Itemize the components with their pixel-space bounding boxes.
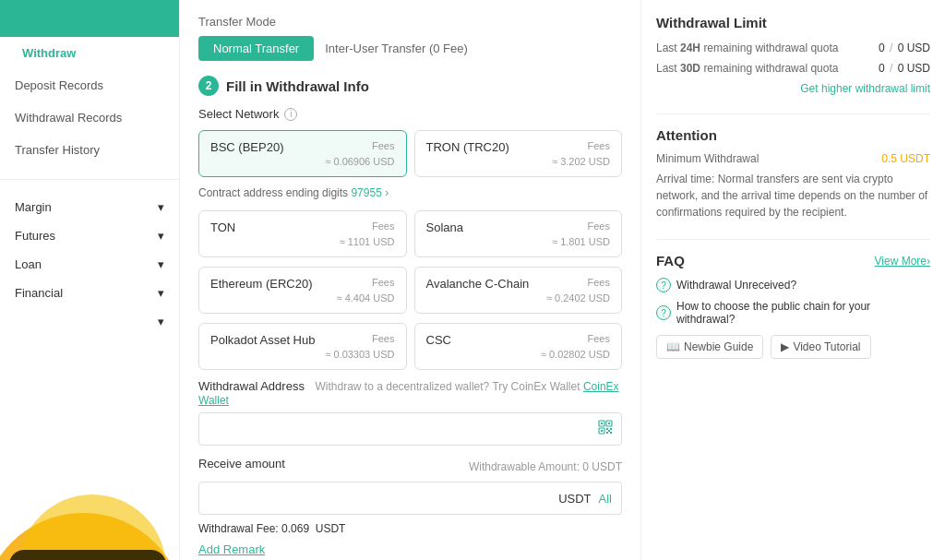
attention-description: Arrival time: Normal transfers are sent … — [656, 171, 930, 220]
sidebar-item-loan[interactable]: Loan ▾ — [0, 250, 179, 279]
network-polkadot-name: Polkadot Asset Hub — [210, 333, 315, 347]
receive-amount-header: Receive amount Withdrawable Amount: 0 US… — [198, 457, 622, 476]
network-card-solana[interactable]: Solana Fees ≈ 1.801 USD — [414, 210, 623, 257]
right-panel: Withdrawal Limit Last 24H remaining with… — [640, 0, 945, 560]
sidebar-item-deposit-records[interactable]: Deposit Records — [0, 69, 179, 101]
svg-rect-3 — [608, 423, 610, 424]
network-ton-fees-label: Fees — [372, 220, 394, 232]
network-avalanche-fees-label: Fees — [588, 277, 610, 288]
divider-1 — [656, 113, 930, 114]
network-tron-fees-value: ≈ 3.202 USD — [552, 156, 610, 167]
attention-title: Attention — [656, 127, 930, 143]
network-ton-name: TON — [210, 220, 235, 234]
chevron-down-icon: ▾ — [158, 257, 164, 271]
network-card-csc[interactable]: CSC Fees ≈ 0.02802 USD — [414, 323, 623, 370]
network-solana-name: Solana — [426, 220, 463, 234]
amount-input[interactable] — [209, 492, 558, 506]
contract-value-link[interactable]: 97955 › — [351, 186, 389, 199]
address-input-wrap — [198, 412, 622, 446]
network-card-avalanche[interactable]: Avalanche C-Chain Fees ≈ 0.2402 USD — [414, 267, 623, 314]
withdrawable-info: Withdrawable Amount: 0 USDT — [469, 460, 622, 473]
network-card-ton[interactable]: TON Fees ≈ 1101 USD — [198, 210, 407, 257]
inter-user-transfer-button[interactable]: Inter-User Transfer (0 Fee) — [325, 42, 468, 55]
network-ethereum-fees-value: ≈ 4.404 USD — [337, 292, 395, 304]
faq-header: FAQ View More› — [656, 253, 930, 268]
step2-title: 2 Fill in Withdrawal Info — [198, 76, 622, 96]
info-icon[interactable]: i — [284, 108, 297, 121]
transfer-mode-buttons: Normal Transfer Inter-User Transfer (0 F… — [198, 36, 622, 61]
question-icon: ? — [656, 278, 671, 292]
guide-buttons: 📖 Newbie Guide ▶ Video Tutorial — [656, 335, 930, 359]
video-tutorial-button[interactable]: ▶ Video Tutorial — [771, 335, 870, 359]
fee-row: Withdrawal Fee: 0.069 USDT — [198, 522, 622, 535]
sidebar-item-futures[interactable]: Futures ▾ — [0, 221, 179, 250]
view-more-link[interactable]: View More› — [875, 255, 930, 268]
network-card-bsc[interactable]: BSC (BEP20) Fees ≈ 0.06906 USD — [198, 130, 407, 177]
network-polkadot-fees-value: ≈ 0.03303 USD — [325, 349, 394, 360]
network-tron-fees-label: Fees — [588, 140, 610, 151]
network-polkadot-fees-label: Fees — [372, 333, 394, 344]
faq-item-unreceived[interactable]: ? Withdrawal Unreceived? — [656, 278, 930, 292]
svg-rect-5 — [601, 430, 603, 432]
chevron-down-icon: ▾ — [158, 200, 164, 214]
sidebar-item-more[interactable]: ▾ — [0, 307, 179, 336]
network-card-polkadot[interactable]: Polkadot Asset Hub Fees ≈ 0.03303 USD — [198, 323, 407, 370]
book-icon: 📖 — [666, 340, 680, 353]
amount-currency: USDT — [558, 492, 591, 506]
svg-rect-9 — [610, 432, 612, 434]
content-body: Transfer Mode Normal Transfer Inter-User… — [180, 0, 640, 560]
network-tron-name: TRON (TRC20) — [426, 140, 509, 154]
amount-input-wrap: USDT All — [198, 482, 622, 515]
svg-rect-7 — [610, 428, 612, 430]
network-bsc-fees-value: ≈ 0.06906 USD — [325, 156, 394, 167]
sidebar-item-withdraw[interactable]: Withdraw — [0, 37, 179, 69]
chevron-down-icon: ▾ — [158, 286, 164, 300]
contract-hint: Contract address ending digits 97955 › — [198, 186, 622, 199]
sidebar-item-transfer-history[interactable]: Transfer History — [0, 134, 179, 166]
sidebar-item-financial[interactable]: Financial ▾ — [0, 279, 179, 307]
withdrawal-address-input[interactable] — [198, 412, 622, 446]
faq-section: FAQ View More› ? Withdrawal Unreceived? … — [656, 253, 930, 359]
get-higher-link[interactable]: Get higher withdrawal limit — [656, 82, 930, 95]
qr-code-icon[interactable] — [598, 420, 613, 438]
play-icon: ▶ — [781, 340, 789, 353]
withdrawal-limit-section: Withdrawal Limit Last 24H remaining with… — [656, 15, 930, 95]
network-ethereum-fees-label: Fees — [372, 277, 394, 288]
network-grid-4: Polkadot Asset Hub Fees ≈ 0.03303 USD CS… — [198, 323, 622, 370]
normal-transfer-button[interactable]: Normal Transfer — [198, 36, 314, 61]
network-avalanche-fees-value: ≈ 0.2402 USD — [546, 292, 610, 304]
quota-row-24h: Last 24H remaining withdrawal quota 0 / … — [656, 42, 930, 54]
network-grid-2: TON Fees ≈ 1101 USD Solana Fees — [198, 210, 622, 257]
network-ton-fees-value: ≈ 1101 USD — [340, 236, 395, 247]
network-grid-3: Ethereum (ERC20) Fees ≈ 4.404 USD Avalan… — [198, 267, 622, 314]
network-card-tron[interactable]: TRON (TRC20) Fees ≈ 3.202 USD — [414, 130, 623, 177]
all-link[interactable]: All — [599, 492, 612, 506]
sidebar-logo — [0, 0, 179, 37]
network-csc-fees-value: ≈ 0.02802 USD — [541, 349, 610, 360]
sidebar-item-withdrawal-records[interactable]: Withdrawal Records — [0, 101, 179, 134]
svg-rect-8 — [606, 432, 608, 434]
main-content: Transfer Mode Normal Transfer Inter-User… — [180, 0, 640, 560]
network-card-ethereum[interactable]: Ethereum (ERC20) Fees ≈ 4.404 USD — [198, 267, 407, 314]
network-csc-fees-label: Fees — [588, 333, 610, 344]
sidebar-item-margin[interactable]: Margin ▾ — [0, 193, 179, 221]
network-solana-fees-label: Fees — [588, 220, 610, 232]
step2-label: Fill in Withdrawal Info — [226, 78, 369, 94]
transfer-mode-section: Transfer Mode Normal Transfer Inter-User… — [198, 15, 622, 61]
withdrawal-address-label: Withdrawal Address Withdraw to a decentr… — [198, 379, 622, 407]
minimum-withdrawal-row: Minimum Withdrawal 0.5 USDT — [656, 152, 930, 165]
network-grid: BSC (BEP20) Fees ≈ 0.06906 USD TRON (TRC… — [198, 130, 622, 177]
step2-section: 2 Fill in Withdrawal Info Select Network… — [198, 76, 622, 560]
network-ethereum-name: Ethereum (ERC20) — [210, 277, 313, 291]
chevron-down-icon: ▾ — [158, 229, 164, 243]
question-icon-2: ? — [656, 305, 671, 320]
svg-rect-10 — [608, 430, 610, 432]
network-bsc-name: BSC (BEP20) — [210, 140, 283, 154]
svg-rect-6 — [606, 428, 608, 430]
newbie-guide-button[interactable]: 📖 Newbie Guide — [656, 335, 763, 359]
step2-number: 2 — [198, 76, 219, 96]
network-csc-name: CSC — [426, 333, 451, 347]
minimum-withdrawal-label: Minimum Withdrawal — [656, 152, 759, 165]
faq-item-public-chain[interactable]: ? How to choose the public chain for you… — [656, 300, 930, 326]
add-remark-link[interactable]: Add Remark — [198, 542, 622, 556]
